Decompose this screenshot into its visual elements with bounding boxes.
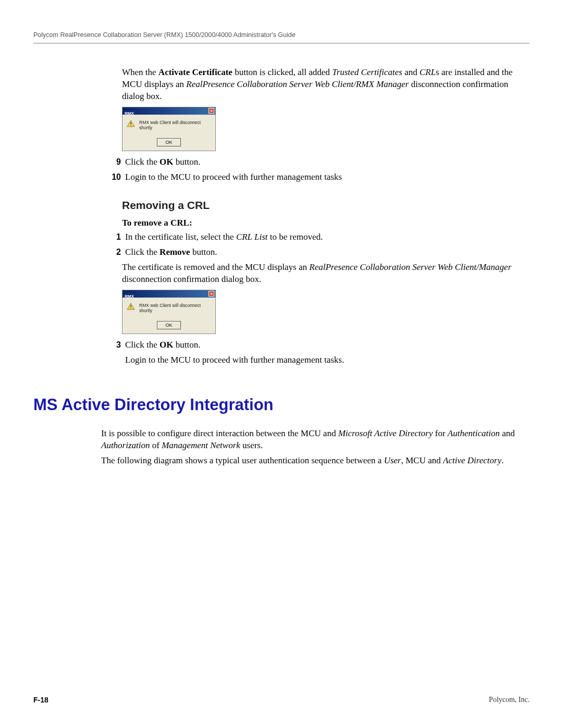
text: button. — [174, 340, 201, 350]
text: The following diagram shows a typical us… — [101, 455, 384, 465]
page-number: F-18 — [33, 696, 48, 704]
text-italic: Active Directory — [443, 455, 501, 465]
paragraph: Login to the MCU to proceed with further… — [125, 354, 524, 366]
page-header: Polycom RealPresence Collaboration Serve… — [33, 31, 530, 44]
text-italic: User — [384, 455, 401, 465]
dialog-screenshot-1: RMX × RMX web Client will disconnect sho… — [122, 107, 216, 151]
text-italic: Trusted Certificates — [332, 67, 402, 77]
page-footer: F-18 Polycom, Inc. — [33, 696, 530, 704]
text: Click the — [125, 340, 160, 350]
chapter-heading: MS Active Directory Integration — [33, 396, 530, 414]
text: button. — [174, 157, 201, 167]
text-bold: Activate Certificate — [158, 67, 232, 77]
warning-icon — [127, 120, 135, 127]
page: Polycom RealPresence Collaboration Serve… — [0, 0, 563, 496]
text: , MCU and — [401, 455, 443, 465]
ok-button[interactable]: OK — [157, 138, 181, 146]
text-italic: Authorization — [101, 440, 150, 450]
text-italic: CRL List — [236, 232, 268, 242]
ok-button[interactable]: OK — [157, 321, 181, 329]
text: button is clicked, all added — [232, 67, 332, 77]
step-text: Click the OK button. — [125, 339, 524, 351]
text-italic: CRL — [420, 67, 436, 77]
step-number: 1 — [109, 231, 125, 243]
step-text: Click the OK button. — [125, 156, 524, 168]
paragraph: It is possible to configure direct inter… — [101, 428, 524, 452]
list-item: 10 Login to the MCU to proceed with furt… — [109, 171, 524, 183]
step-text: In the certificate list, select the CRL … — [125, 231, 524, 243]
list-item: 2 Click the Remove button. — [109, 246, 524, 258]
text: When the — [122, 67, 158, 77]
text: of — [150, 440, 162, 450]
step-number: 3 — [109, 339, 125, 351]
text: In the certificate list, select the — [125, 232, 236, 242]
dialog-titlebar: RMX × — [123, 107, 215, 115]
dialog-body: RMX web Client will disconnect shortly — [123, 115, 215, 134]
company-name: Polycom, Inc. — [489, 696, 530, 704]
paragraph: The certificate is removed and the MCU d… — [122, 262, 524, 286]
text: button. — [190, 247, 217, 257]
text: The certificate is removed and the MCU d… — [122, 262, 309, 272]
close-icon[interactable]: × — [209, 291, 214, 297]
numbered-list-b: 1 In the certificate list, select the CR… — [109, 231, 524, 258]
text: Click the — [125, 157, 160, 167]
step-number: 2 — [109, 246, 125, 258]
list-item: 1 In the certificate list, select the CR… — [109, 231, 524, 243]
text-italic: Microsoft Active Directory — [338, 428, 433, 438]
text: for — [433, 428, 447, 438]
step-text: Login to the MCU to proceed with further… — [125, 171, 524, 183]
dialog-body: RMX web Client will disconnect shortly — [123, 298, 215, 317]
dialog-titlebar: RMX × — [123, 290, 215, 298]
step-number: 9 — [109, 156, 125, 168]
numbered-list-c: 3 Click the OK button. — [109, 339, 524, 351]
text-italic: RealPresence Collaboration Server Web Cl… — [309, 262, 511, 272]
dialog-button-row: OK — [123, 317, 215, 334]
text: disconnection confirmation dialog box. — [122, 274, 261, 284]
text: It is possible to configure direct inter… — [101, 428, 338, 438]
text: and — [402, 67, 420, 77]
warning-icon — [127, 303, 135, 310]
procedure-title: To remove a CRL: — [122, 218, 524, 228]
paragraph: The following diagram shows a typical us… — [101, 455, 524, 467]
svg-rect-2 — [130, 125, 131, 126]
text-bold: OK — [160, 340, 173, 350]
section-heading: Removing a CRL — [122, 199, 524, 212]
dialog-message: RMX web Client will disconnect shortly — [139, 303, 211, 313]
list-item: 9 Click the OK button. — [109, 156, 524, 168]
numbered-list-a: 9 Click the OK button. 10 Login to the M… — [109, 156, 524, 183]
svg-rect-1 — [130, 122, 131, 124]
text: Click the — [125, 247, 160, 257]
dialog-screenshot-2: RMX × RMX web Client will disconnect sho… — [122, 290, 216, 334]
text-italic: Management Network — [162, 440, 240, 450]
text-italic: Authentication — [448, 428, 500, 438]
content: It is possible to configure direct inter… — [101, 428, 524, 467]
dialog-button-row: OK — [123, 134, 215, 151]
intro-paragraph: When the Activate Certificate button is … — [122, 67, 524, 103]
text: and — [500, 428, 515, 438]
text: . — [501, 455, 504, 465]
svg-rect-4 — [130, 305, 131, 307]
content: When the Activate Certificate button is … — [122, 67, 524, 366]
text-italic: RealPresence Collaboration Server Web Cl… — [186, 79, 409, 89]
step-text: Click the Remove button. — [125, 246, 524, 258]
dialog-message: RMX web Client will disconnect shortly — [139, 120, 211, 130]
close-icon[interactable]: × — [209, 108, 214, 114]
dialog-title: RMX — [124, 294, 134, 299]
text: to be removed. — [268, 232, 323, 242]
text-bold: Remove — [160, 247, 190, 257]
list-item: 3 Click the OK button. — [109, 339, 524, 351]
svg-rect-5 — [130, 308, 131, 309]
step-number: 10 — [109, 171, 125, 183]
text: users. — [240, 440, 263, 450]
text-bold: OK — [160, 157, 173, 167]
dialog-title: RMX — [124, 111, 134, 116]
